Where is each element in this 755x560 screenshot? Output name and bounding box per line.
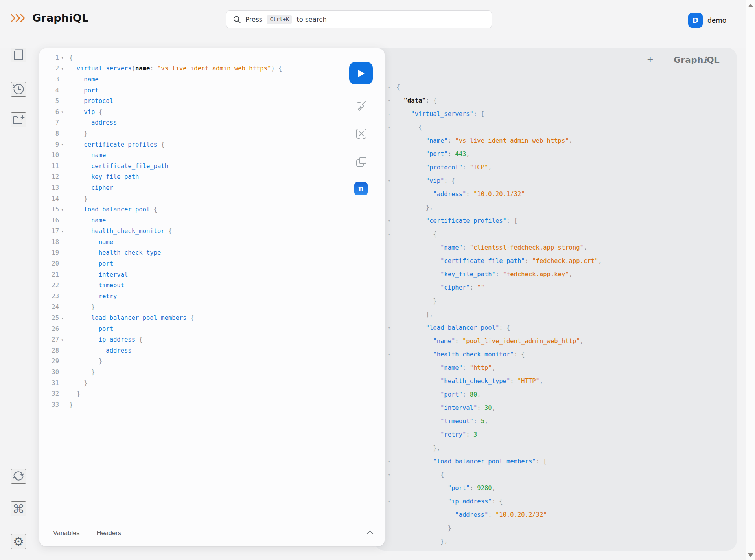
line-number: 13 xyxy=(39,184,59,191)
query-line[interactable]: 25▾load_balancer_pool_members { xyxy=(39,312,385,323)
code-text: "interval": 30, xyxy=(396,404,495,411)
fold-arrow-icon[interactable]: ▾ xyxy=(388,125,396,130)
query-line[interactable]: 20port xyxy=(39,258,385,269)
query-line[interactable]: 7address xyxy=(39,118,385,129)
query-line[interactable]: 2▾virtual_servers(name: "vs_live_ident_a… xyxy=(39,63,385,74)
query-line[interactable]: 10name xyxy=(39,150,385,161)
fold-arrow-icon[interactable]: ▾ xyxy=(59,207,66,212)
response-line: "name": "pool_live_ident_admin_web_http"… xyxy=(374,334,737,348)
query-line[interactable]: 22timeout xyxy=(39,280,385,291)
prettify-query-icon[interactable] xyxy=(354,98,368,112)
fold-arrow-icon[interactable]: ▾ xyxy=(388,85,396,90)
search-kbd: Ctrl+K xyxy=(267,15,292,24)
line-number: 26 xyxy=(39,325,59,332)
query-line[interactable]: 18name xyxy=(39,237,385,248)
code-text: } xyxy=(66,130,88,137)
response-line: ▾"virtual_servers": [ xyxy=(374,107,737,121)
scroll-up-icon[interactable] xyxy=(748,4,753,7)
fold-arrow-icon[interactable]: ▾ xyxy=(388,178,396,183)
search-input[interactable]: Press Ctrl+K to search xyxy=(226,10,492,28)
query-line[interactable]: 31} xyxy=(39,378,385,389)
shortcut-keys-icon[interactable]: ⌘ xyxy=(11,501,26,516)
fold-arrow-icon[interactable]: ▾ xyxy=(59,316,66,320)
code-text: }, xyxy=(396,204,433,211)
code-text: cipher xyxy=(66,184,113,191)
code-text: }, xyxy=(396,444,440,452)
add-tab-button[interactable]: + xyxy=(647,55,653,65)
query-line[interactable]: 21interval xyxy=(39,269,385,280)
fold-arrow-icon[interactable]: ▾ xyxy=(388,352,396,357)
fold-arrow-icon[interactable]: ▾ xyxy=(388,459,396,464)
fold-arrow-icon[interactable]: ▾ xyxy=(388,325,396,330)
query-line[interactable]: 13cipher xyxy=(39,182,385,193)
settings-gear-icon[interactable]: ⚙ xyxy=(11,534,26,549)
query-line[interactable]: 8} xyxy=(39,128,385,139)
refetch-schema-icon[interactable] xyxy=(11,469,26,484)
collapse-editor-tools-icon[interactable] xyxy=(366,530,374,536)
fold-arrow-icon[interactable]: ▾ xyxy=(388,232,396,237)
line-number: 30 xyxy=(39,369,59,376)
docs-explorer-icon[interactable] xyxy=(11,48,26,62)
fold-arrow-icon[interactable]: ▾ xyxy=(388,472,396,477)
query-line[interactable]: 4port xyxy=(39,85,385,96)
n-plugin-icon[interactable]: n xyxy=(354,182,368,195)
query-line[interactable]: 33} xyxy=(39,399,385,410)
code-text: load_balancer_pool_members { xyxy=(66,314,194,321)
history-icon[interactable] xyxy=(11,82,26,97)
code-text: } xyxy=(66,401,73,408)
scroll-down-icon[interactable] xyxy=(748,553,753,557)
page-scrollbar[interactable] xyxy=(746,0,755,560)
merge-fragments-icon[interactable] xyxy=(354,127,368,141)
query-line[interactable]: 5protocol xyxy=(39,95,385,106)
fold-arrow-icon[interactable]: ▾ xyxy=(59,142,66,147)
fold-arrow-icon[interactable]: ▾ xyxy=(59,229,66,233)
fold-arrow-icon[interactable]: ▾ xyxy=(388,112,396,116)
query-line[interactable]: 14} xyxy=(39,193,385,204)
query-line[interactable]: 26port xyxy=(39,323,385,334)
code-text: { xyxy=(396,471,444,478)
line-number: 22 xyxy=(39,282,59,289)
code-text: protocol xyxy=(66,97,113,105)
code-text: "health_check_type": "HTTP", xyxy=(396,378,543,385)
query-editor[interactable]: 1▾{2▾virtual_servers(name: "vs_live_iden… xyxy=(39,52,385,410)
query-line[interactable]: 27▾ip_address { xyxy=(39,334,385,345)
response-line: ▾"data": { xyxy=(374,94,737,107)
user-menu[interactable]: D demo xyxy=(688,13,726,28)
fold-arrow-icon[interactable]: ▾ xyxy=(388,499,396,504)
code-text: name xyxy=(66,239,113,246)
fold-arrow-icon[interactable]: ▾ xyxy=(59,66,66,71)
response-line: "interval": 30, xyxy=(374,401,737,415)
query-line[interactable]: 16name xyxy=(39,215,385,226)
tab-variables[interactable]: Variables xyxy=(53,529,80,537)
query-line[interactable]: 19health_check_type xyxy=(39,248,385,259)
new-collection-icon[interactable] xyxy=(11,112,26,127)
query-line[interactable]: 11certificate_file_path xyxy=(39,161,385,172)
fold-arrow-icon[interactable]: ▾ xyxy=(59,55,66,60)
query-line[interactable]: 24} xyxy=(39,302,385,313)
fold-arrow-icon[interactable]: ▾ xyxy=(388,218,396,223)
copy-query-icon[interactable] xyxy=(354,155,368,169)
fold-arrow-icon[interactable]: ▾ xyxy=(59,338,66,342)
query-line[interactable]: 3name xyxy=(39,74,385,85)
query-line[interactable]: 30} xyxy=(39,367,385,378)
tab-headers[interactable]: Headers xyxy=(97,529,121,537)
query-line[interactable]: 1▾{ xyxy=(39,52,385,63)
query-line[interactable]: 12key_file_path xyxy=(39,172,385,183)
gear-glyph: ⚙ xyxy=(13,536,24,548)
fold-arrow-icon[interactable]: ▾ xyxy=(59,110,66,114)
query-line[interactable]: 23retry xyxy=(39,291,385,302)
fold-arrow-icon[interactable]: ▾ xyxy=(388,98,396,103)
line-number: 25 xyxy=(39,314,59,321)
code-text: load_balancer_pool { xyxy=(66,206,157,213)
code-text: "name": "vs_live_ident_admin_web_https", xyxy=(396,137,573,144)
query-line[interactable]: 9▾certificate_profiles { xyxy=(39,139,385,150)
query-line[interactable]: 6▾vip { xyxy=(39,106,385,118)
response-line: "address": "10.0.20.2/32" xyxy=(374,508,737,521)
response-line: "name": "vs_live_ident_admin_web_https", xyxy=(374,134,737,147)
query-line[interactable]: 29} xyxy=(39,356,385,367)
query-line[interactable]: 17▾health_check_monitor { xyxy=(39,226,385,237)
execute-query-button[interactable] xyxy=(349,62,373,84)
query-line[interactable]: 32} xyxy=(39,388,385,399)
query-line[interactable]: 28address xyxy=(39,345,385,356)
query-line[interactable]: 15▾load_balancer_pool { xyxy=(39,204,385,215)
